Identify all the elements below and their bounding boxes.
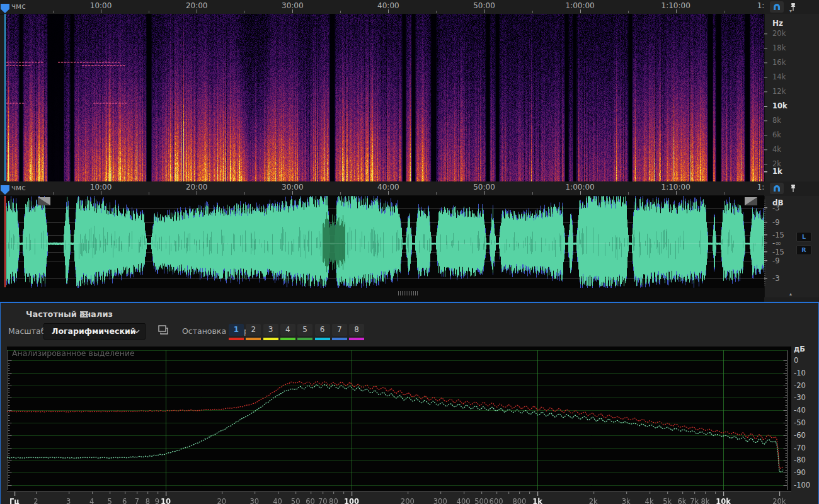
freq-tick-label: 8k: [701, 497, 709, 504]
freq-tick-label: 5: [108, 497, 112, 504]
ruler-tick: [676, 9, 677, 13]
hold-frame-button-8[interactable]: 8: [349, 324, 364, 336]
playhead-line-waveform[interactable]: [4, 196, 6, 287]
db-tick-label: -15: [772, 248, 784, 256]
freq-tick-label: 20k: [772, 497, 786, 504]
hold-frame-button-4[interactable]: 4: [280, 324, 295, 336]
freq-tick-label: 5k: [663, 497, 672, 504]
time-label: 40:00: [377, 1, 399, 10]
freq-tick-label: 80: [329, 497, 338, 504]
freq-tick-label: 3: [66, 497, 71, 504]
scale-dropdown-value: Логарифмический: [52, 326, 136, 336]
hold-frame-button-1[interactable]: 1: [229, 324, 244, 336]
hold-frame-color-bar: [229, 338, 244, 340]
freq-tick-label: 6: [122, 497, 127, 504]
ruler-tick: [580, 9, 581, 13]
db-tick-label: -15: [772, 231, 784, 239]
ruler-tick: [724, 192, 724, 195]
spectrogram-display[interactable]: [6, 14, 764, 181]
waveform-timeline-ruler[interactable]: чмс 10:0020:0030:0040:0050:001:00:001:10…: [0, 181, 764, 196]
waveform-display[interactable]: [6, 196, 764, 288]
db-tick-label: -9: [772, 256, 779, 265]
pin-timeline-button[interactable]: [786, 183, 800, 194]
ruler-tick: [149, 192, 149, 195]
db-axis-tick-label: -30: [794, 393, 806, 402]
left-channel-badge[interactable]: L: [796, 232, 811, 242]
freq-tick-label: 20: [217, 497, 226, 504]
db-axis-unit: дБ: [794, 345, 805, 353]
magnet-icon: [772, 184, 781, 193]
pin-timeline-button[interactable]: [786, 1, 800, 13]
ruler-tick: [484, 9, 485, 13]
copy-frame-button[interactable]: [157, 324, 171, 336]
scale-dropdown[interactable]: Логарифмический: [43, 323, 146, 340]
db-axis-tick-label: -80: [794, 455, 806, 464]
ruler-tick: [580, 191, 581, 195]
snap-magnet-button[interactable]: [770, 1, 784, 13]
db-tick-label: -9: [772, 218, 779, 227]
scale-scroll-down-arrow[interactable]: ▴: [789, 292, 792, 297]
hold-frame-button-7[interactable]: 7: [332, 324, 347, 336]
ruler-tick: [532, 192, 533, 195]
audition-window: чмс 10:0020:0030:0040:0050:001:00:001:10…: [0, 0, 819, 504]
ruler-tick: [628, 11, 629, 13]
time-label: 50:00: [473, 1, 495, 10]
ruler-tick: [340, 11, 341, 13]
freq-tick-label: 8: [146, 497, 150, 504]
playhead-line-spectral[interactable]: [4, 14, 6, 181]
hz-tick-label: 4k: [772, 145, 781, 154]
ruler-tick: [101, 191, 101, 195]
time-label: 50:00: [473, 183, 495, 192]
time-label: 40:00: [377, 183, 399, 192]
hold-frame-button-2[interactable]: 2: [246, 324, 261, 336]
freq-tick-label: 100: [344, 497, 359, 504]
ruler-tick: [244, 11, 245, 13]
analyzed-selection-label: Анализированное выделение: [12, 348, 135, 358]
ruler-tick: [628, 192, 629, 195]
snap-magnet-button[interactable]: [770, 183, 784, 194]
db-axis-tick-label: -50: [794, 418, 806, 427]
freq-tick-label: 10: [161, 497, 171, 504]
fade-in-handle[interactable]: [38, 197, 50, 205]
pin-icon: [789, 184, 797, 193]
right-channel-badge[interactable]: R: [796, 245, 811, 255]
panel-menu-icon[interactable]: [80, 311, 88, 318]
scale-scroll-up-arrow[interactable]: ▾: [789, 9, 792, 14]
time-label: 1:10:00: [662, 1, 690, 10]
hold-frame-button-3[interactable]: 3: [263, 324, 278, 336]
frequency-scale[interactable]: Hz 20k18k16k14k12k10k8k6k4k2k1k: [764, 14, 819, 181]
ruler-tick: [149, 11, 149, 13]
db-axis-tick-label: -40: [794, 406, 806, 415]
db-tick-label: -∞: [772, 239, 781, 248]
freq-tick-label: 60: [306, 497, 315, 504]
freq-tick-label: 6k: [678, 497, 687, 504]
ruler-tick: [388, 9, 389, 13]
db-tick-label: -3: [772, 274, 779, 283]
time-label: 1:10:00: [662, 183, 690, 192]
freq-tick-label: 300: [433, 497, 447, 504]
waveform-scrollbar-grip[interactable]: [398, 291, 418, 295]
spectrogram-timeline-ruler[interactable]: чмс 10:0020:0030:0040:0050:001:00:001:10…: [0, 0, 764, 14]
hz-tick-label: 20k: [772, 29, 786, 38]
hz-tick-label: 10k: [772, 101, 788, 110]
freq-tick-label: 7k: [690, 497, 699, 504]
ruler-tick: [244, 192, 245, 195]
hold-frames-label: Остановка кадра:: [182, 326, 256, 336]
hold-frame-color-bar: [263, 338, 278, 340]
time-label: 20:00: [186, 183, 208, 192]
copy-frame-icon: [157, 324, 169, 336]
fade-out-handle[interactable]: [745, 197, 757, 205]
db-axis-tick-label: -60: [794, 431, 806, 440]
ruler-tick: [340, 192, 341, 195]
hold-frame-button-5[interactable]: 5: [297, 324, 312, 336]
freq-tick-label: 4: [89, 497, 94, 504]
time-label: 1:20:00: [757, 183, 764, 192]
db-axis-tick-label: -100: [794, 481, 810, 490]
db-tick-label: -3: [772, 203, 779, 212]
hz-tick-label: 12k: [772, 87, 786, 96]
hold-frame-button-6[interactable]: 6: [315, 324, 330, 336]
time-label: 1:00:00: [565, 183, 594, 192]
freq-tick-label: 7: [135, 497, 139, 504]
frequency-analysis-plot[interactable]: [7, 346, 791, 491]
timeline-units-label: чмс: [11, 183, 26, 192]
